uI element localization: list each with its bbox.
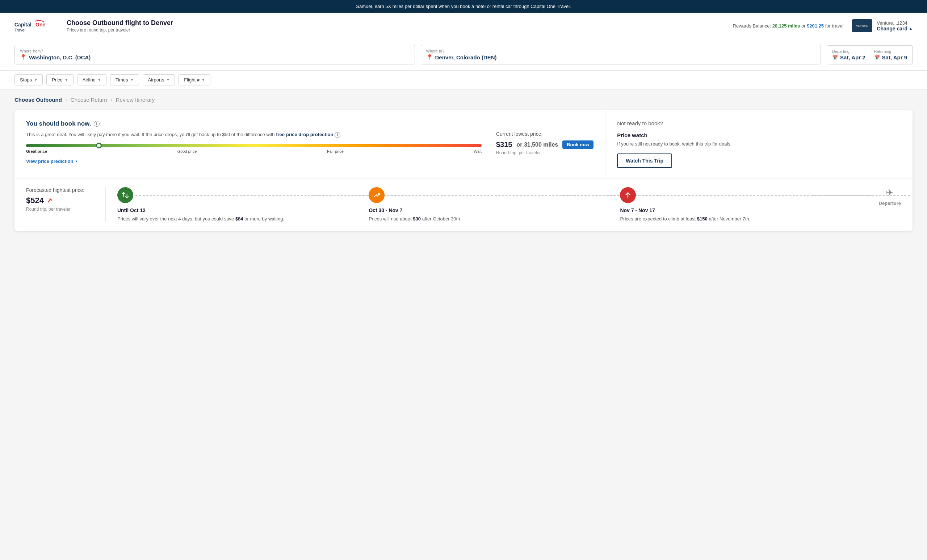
forecast-departure: ✈ Departure [872, 187, 901, 206]
to-field[interactable]: Where to? 📍 Denver, Colorado (DEN) [421, 45, 821, 64]
dates-field[interactable]: Departing 📅 Sat, Apr 2 Returning 📅 Sat, … [827, 45, 913, 64]
header-right: Rewards Balance: 20,125 miles or $201.25… [733, 19, 913, 32]
forecast-text-3: Prices are expected to climb at least $1… [620, 216, 750, 223]
breadcrumb-step1[interactable]: Choose Outbound [14, 97, 62, 103]
breadcrumb-step3[interactable]: Review Itinerary [116, 97, 155, 103]
price-watch-title: Price watch [617, 132, 901, 138]
logo: Capital One Travel [14, 18, 58, 33]
svg-text:One: One [35, 22, 45, 27]
rewards-connector: or [801, 23, 806, 29]
returning-value: 📅 Sat, Apr 9 [874, 54, 907, 61]
forecast-text-1: Prices will vary over the next 4 days, b… [117, 216, 284, 223]
pin-icon: 📍 [20, 54, 27, 61]
page-title: Choose Outbound flight to Denver [67, 19, 173, 27]
forecast-text-2: Prices will rise about $30 after October… [369, 216, 461, 223]
watch-trip-button[interactable]: Watch This Trip [617, 153, 672, 168]
forecast-period-2: Oct 30 - Nov 7 [369, 208, 402, 213]
card-info: Venture...1234 Change card [877, 20, 913, 32]
price-prediction-card: You should book now. ℹ This is a great d… [14, 110, 913, 231]
departing-label: Departing [832, 49, 865, 53]
header-title-area: Choose Outbound flight to Denver Prices … [67, 19, 173, 33]
gauge-label-great: Great price [26, 149, 47, 153]
card-section: VENTURE Venture...1234 Change card [852, 19, 913, 32]
forecast-left: Forecasted hightest price: $524 ↗ Round … [26, 187, 106, 223]
rewards-balance: Rewards Balance: 20,125 miles or $201.25… [733, 23, 844, 29]
book-now-badge[interactable]: Book now [562, 140, 594, 149]
card-name: Venture...1234 [877, 20, 913, 26]
book-now-desc: This is a great deal. You will likely pa… [26, 131, 482, 138]
breadcrumb-sep1: › [65, 97, 67, 102]
breadcrumb-step2[interactable]: Choose Return [71, 97, 107, 103]
returning-group: Returning 📅 Sat, Apr 9 [874, 49, 907, 61]
forecast-icon-rise [369, 187, 384, 203]
view-prediction-button[interactable]: View price prediction [26, 159, 78, 164]
prediction-right: Not ready to book? Price watch If you're… [605, 110, 913, 178]
gauge-labels: Great price Good price Fair price Wait [26, 149, 482, 153]
gauge-label-wait: Wait [474, 149, 482, 153]
header-left: Capital One Travel Choose Outbound fligh… [14, 18, 173, 33]
rewards-dollars-suffix: for travel [825, 23, 844, 29]
forecast-item-2: Oct 30 - Nov 7 Prices will rise about $3… [369, 187, 562, 223]
calendar-icon-return: 📅 [874, 55, 880, 60]
not-ready-title: Not ready to book? [617, 120, 901, 126]
info-icon[interactable]: ℹ [94, 121, 100, 127]
forecast-period-3: Nov 7 - Nov 17 [620, 208, 655, 213]
rewards-dollars: $201.25 [807, 23, 824, 29]
forecast-item-1: Until Oct 12 Prices will vary over the n… [117, 187, 311, 223]
calendar-icon-depart: 📅 [832, 55, 838, 60]
plane-icon: ✈ [886, 187, 894, 198]
forecast-label: Forecasted hightest price: [26, 187, 94, 193]
rewards-miles: 20,125 miles [772, 23, 800, 29]
price-gauge [26, 144, 482, 147]
forecast-price: $524 ↗ [26, 196, 94, 205]
departing-group: Departing 📅 Sat, Apr 2 [832, 49, 865, 61]
departure-label: Departure [879, 200, 901, 206]
breadcrumb: Choose Outbound › Choose Return › Review… [0, 90, 927, 106]
price-up-arrow-icon: ↗ [47, 197, 52, 205]
main-content: You should book now. ℹ This is a great d… [0, 106, 927, 246]
stops-filter[interactable]: Stops [14, 74, 43, 85]
price-drop-info-icon[interactable]: ℹ [334, 132, 340, 138]
returning-label: Returning [874, 49, 907, 53]
price-filter[interactable]: Price [46, 74, 73, 85]
price-main: $315 [496, 140, 512, 149]
forecast-sub: Round trip, per traveler [26, 207, 94, 212]
forecast-section: Forecasted hightest price: $524 ↗ Round … [14, 179, 913, 231]
pin-icon-2: 📍 [426, 54, 433, 61]
svg-text:Capital: Capital [14, 22, 32, 27]
prediction-left: You should book now. ℹ This is a great d… [14, 110, 605, 178]
times-filter[interactable]: Times [110, 74, 139, 85]
search-bar: Where from? 📍 Washington, D.C. (DCA) Whe… [0, 39, 927, 71]
top-banner: Samuel, earn 5X miles per dollar spent w… [0, 0, 927, 13]
forecast-timeline: Until Oct 12 Prices will vary over the n… [106, 187, 901, 223]
price-miles: or 31,500 miles [517, 141, 558, 148]
forecast-icon-climb [620, 187, 636, 203]
card-thumbnail: VENTURE [852, 19, 872, 32]
page-subtitle: Prices are round trip, per traveler [67, 27, 173, 33]
book-now-title: You should book now. ℹ [26, 120, 594, 127]
rewards-label: Rewards Balance: [733, 23, 771, 29]
banner-text: Samuel, earn 5X miles per dollar spent w… [356, 4, 571, 9]
gauge-label-good: Good price [178, 149, 197, 153]
from-field[interactable]: Where from? 📍 Washington, D.C. (DCA) [14, 45, 415, 64]
price-card-top: You should book now. ℹ This is a great d… [14, 110, 913, 179]
price-drop-link[interactable]: free price drop protection ℹ [276, 132, 340, 137]
flight-num-filter[interactable]: Flight # [179, 74, 210, 85]
price-display: $315 or 31,500 miles Book now [496, 140, 594, 149]
airline-filter[interactable]: Airline [77, 74, 106, 85]
to-value: 📍 Denver, Colorado (DEN) [426, 54, 816, 61]
departing-value: 📅 Sat, Apr 2 [832, 54, 865, 61]
breadcrumb-sep2: › [111, 97, 112, 102]
from-label: Where from? [20, 49, 410, 53]
gauge-marker [96, 143, 102, 149]
forecast-icon-swap [117, 187, 133, 203]
header: Capital One Travel Choose Outbound fligh… [0, 13, 927, 39]
change-card-button[interactable]: Change card [877, 26, 913, 32]
to-label: Where to? [426, 49, 816, 53]
forecast-period-1: Until Oct 12 [117, 208, 146, 213]
from-value: 📍 Washington, D.C. (DCA) [20, 54, 410, 61]
forecast-item-3: Nov 7 - Nov 17 Prices are expected to cl… [620, 187, 813, 223]
svg-text:Travel: Travel [14, 28, 25, 32]
airports-filter[interactable]: Airports [143, 74, 175, 85]
filter-row: Stops Price Airline Times Airports Fligh… [0, 71, 927, 90]
